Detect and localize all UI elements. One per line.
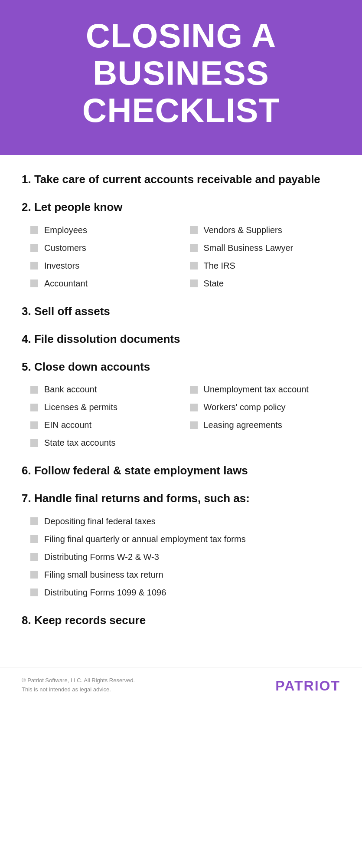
section-4: 4. File dissolution documents [22,332,340,347]
list-item: State tax accounts [30,435,181,450]
section-8: 8. Keep records secure [22,613,340,628]
checkbox-icon [30,439,38,447]
list-item: Licenses & permits [30,400,181,415]
checkbox-icon [190,386,198,394]
checkbox-icon [30,517,38,525]
list-item: Filing small business tax return [30,567,340,582]
checkbox-icon [190,279,198,287]
checkbox-icon [30,404,38,411]
list-item: Filing final quarterly or annual employm… [30,532,340,547]
checkbox-icon [190,404,198,411]
checkbox-icon [30,589,38,596]
list-item: Unemployment tax account [190,382,341,397]
list-item: Small Business Lawyer [190,240,341,256]
list-item: Accountant [30,276,181,291]
list-item: Distributing Forms W-2 & W-3 [30,549,340,565]
footer-logo: PATRIOT [275,678,340,694]
list-item: Workers' comp policy [190,400,341,415]
section-5-grid: Bank account Unemployment tax account Li… [22,382,340,450]
section-5: 5. Close down accounts Bank account Unem… [22,360,340,451]
section-3: 3. Sell off assets [22,304,340,319]
checkbox-icon [30,244,38,252]
section-6: 6. Follow federal & state employment law… [22,464,340,478]
section-4-heading: 4. File dissolution documents [22,332,340,347]
section-1: 1. Take care of current accounts receiva… [22,172,340,187]
list-item: EIN account [30,418,181,433]
list-item: Investors [30,258,181,273]
section-7-list: Depositing final federal taxes Filing fi… [22,514,340,600]
section-5-heading: 5. Close down accounts [22,360,340,375]
header-title: CLOSING A BUSINESS CHECKLIST [13,17,349,129]
section-3-heading: 3. Sell off assets [22,304,340,319]
checkbox-icon [30,279,38,287]
list-item: Bank account [30,382,181,397]
list-item: The IRS [190,258,341,273]
section-7: 7. Handle final returns and forms, such … [22,491,340,600]
list-item: Distributing Forms 1099 & 1096 [30,585,340,600]
section-2: 2. Let people know Employees Vendors & S… [22,200,340,291]
checkbox-icon [190,244,198,252]
checkbox-icon [30,571,38,579]
checkbox-icon [190,262,198,270]
section-1-heading: 1. Take care of current accounts receiva… [22,172,340,187]
checkbox-icon [30,386,38,394]
section-2-grid: Employees Vendors & Suppliers Customers … [22,223,340,291]
footer: © Patriot Software, LLC. All Rights Rese… [0,667,362,703]
list-item: Employees [30,223,181,238]
list-item: Depositing final federal taxes [30,514,340,529]
list-item: Vendors & Suppliers [190,223,341,238]
checkbox-icon [30,535,38,543]
list-item: Leasing agreements [190,418,341,433]
section-8-heading: 8. Keep records secure [22,613,340,628]
list-item: Customers [30,240,181,256]
checkbox-icon [30,553,38,561]
checkbox-icon [190,226,198,234]
checkbox-icon [30,262,38,270]
section-2-heading: 2. Let people know [22,200,340,215]
list-item: State [190,276,341,291]
header-section: CLOSING A BUSINESS CHECKLIST [0,0,362,155]
footer-legal: © Patriot Software, LLC. All Rights Rese… [22,676,135,694]
section-6-heading: 6. Follow federal & state employment law… [22,464,340,478]
checkbox-icon [30,226,38,234]
content-area: 1. Take care of current accounts receiva… [0,155,362,658]
section-7-heading: 7. Handle final returns and forms, such … [22,491,340,506]
checkbox-icon [190,421,198,429]
checkbox-icon [30,421,38,429]
